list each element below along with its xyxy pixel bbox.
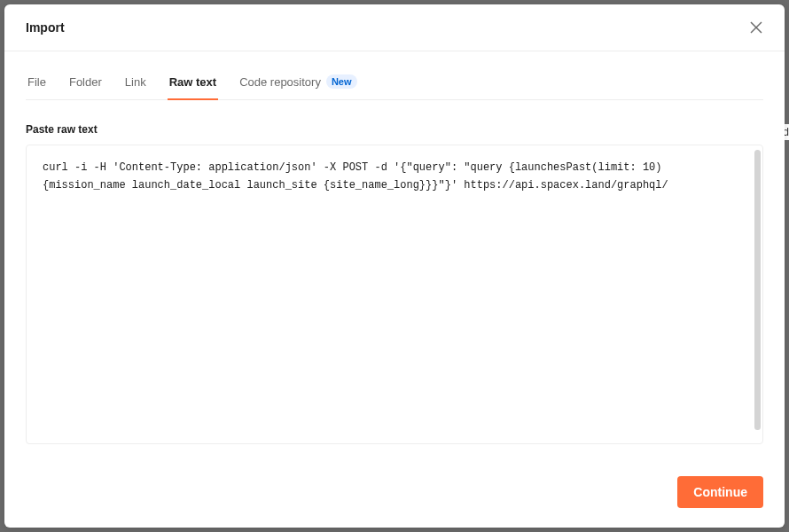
tab-label: Folder xyxy=(69,75,102,89)
import-modal: Import File Folder Link Raw text Code re… xyxy=(4,4,785,528)
tab-label: Link xyxy=(125,75,146,89)
continue-button[interactable]: Continue xyxy=(677,476,763,508)
tab-folder[interactable]: Folder xyxy=(67,67,104,99)
tab-label: Code repository xyxy=(239,75,321,89)
tabs-container: File Folder Link Raw text Code repositor… xyxy=(26,51,763,100)
scrollbar-track[interactable] xyxy=(754,150,761,439)
modal-header: Import xyxy=(4,4,785,51)
modal-body: File Folder Link Raw text Code repositor… xyxy=(4,51,785,462)
new-badge: New xyxy=(326,74,357,89)
modal-footer: Continue xyxy=(4,462,785,528)
close-icon xyxy=(750,21,762,34)
tab-label: Raw text xyxy=(169,75,216,89)
continue-label: Continue xyxy=(693,485,747,499)
textarea-wrapper xyxy=(26,145,763,444)
tab-file[interactable]: File xyxy=(26,67,48,99)
tab-raw-text[interactable]: Raw text xyxy=(168,67,218,99)
section-label: Paste raw text xyxy=(26,123,763,136)
close-button[interactable] xyxy=(746,17,767,38)
modal-title: Import xyxy=(26,20,65,35)
tab-code-repository[interactable]: Code repository New xyxy=(238,67,358,99)
tab-label: File xyxy=(27,75,46,89)
scrollbar-thumb[interactable] xyxy=(754,150,761,430)
raw-text-input[interactable] xyxy=(26,145,763,444)
tab-link[interactable]: Link xyxy=(123,67,148,99)
